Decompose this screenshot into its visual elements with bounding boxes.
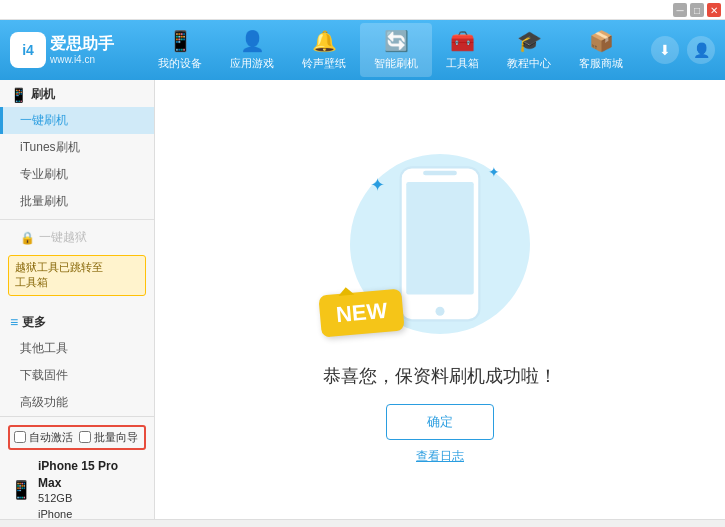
new-badge: NEW [318,288,405,337]
batch-flash-label: 批量刷机 [20,194,68,208]
nav-toolbox[interactable]: 🧰 工具箱 [432,23,493,77]
tutorial-icon: 🎓 [517,29,542,53]
flash-section-header: 📱 刷机 [0,80,154,107]
flash-section-icon: 📱 [10,87,27,103]
maximize-button[interactable]: □ [690,3,704,17]
batch-guide-checkbox[interactable]: 批量向导 [79,430,138,445]
nav-service[interactable]: 📦 客服商城 [565,23,637,77]
header-right: ⬇ 👤 [651,36,715,64]
close-button[interactable]: ✕ [707,3,721,17]
other-tools-label: 其他工具 [20,341,68,355]
sidebar-item-itunes-flash[interactable]: iTunes刷机 [0,134,154,161]
nav-my-device[interactable]: 📱 我的设备 [144,23,216,77]
sidebar-item-one-key-flash[interactable]: 一键刷机 [0,107,154,134]
jailbreak-label: 一键越狱 [39,229,87,246]
app-title: 爱思助手 [50,34,114,53]
more-section-header: ≡ 更多 [0,308,154,335]
logo: i4 爱思助手 www.i4.cn [10,32,130,68]
main-layout: 📱 刷机 一键刷机 iTunes刷机 专业刷机 批量刷机 🔒 一键越狱 越狱工具… [0,80,725,519]
download-button[interactable]: ⬇ [651,36,679,64]
device-info: 📱 iPhone 15 Pro Max 512GB iPhone [8,454,146,526]
sidebar-item-advanced[interactable]: 高级功能 [0,389,154,416]
svg-point-3 [436,307,445,316]
download-firmware-label: 下载固件 [20,368,68,382]
app-subtitle: www.i4.cn [50,54,114,66]
sidebar: 📱 刷机 一键刷机 iTunes刷机 专业刷机 批量刷机 🔒 一键越狱 越狱工具… [0,80,155,519]
more-section-icon: ≡ [10,314,18,330]
nav-my-device-label: 我的设备 [158,56,202,71]
nav-service-label: 客服商城 [579,56,623,71]
minimize-button[interactable]: ─ [673,3,687,17]
nav-ringtone-label: 铃声壁纸 [302,56,346,71]
nav-apps-games-label: 应用游戏 [230,56,274,71]
lock-icon: 🔒 [20,231,35,245]
top-strip: ─ □ ✕ [0,0,725,20]
nav-smart-flash[interactable]: 🔄 智能刷机 [360,23,432,77]
auto-activate-checkbox[interactable]: 自动激活 [14,430,73,445]
checkbox-row: 自动激活 批量向导 [8,425,146,450]
sidebar-bottom: 自动激活 批量向导 📱 iPhone 15 Pro Max 512GB iPho… [0,416,154,527]
success-text: 恭喜您，保资料刷机成功啦！ [323,364,557,388]
sidebar-notice: 越狱工具已跳转至工具箱 [8,255,146,296]
sidebar-item-download-firmware[interactable]: 下载固件 [0,362,154,389]
log-link[interactable]: 查看日志 [416,448,464,465]
smart-flash-icon: 🔄 [384,29,409,53]
logo-icon: i4 [10,32,46,68]
confirm-button[interactable]: 确定 [386,404,494,440]
batch-guide-label: 批量向导 [94,430,138,445]
more-section: ≡ 更多 其他工具 下载固件 高级功能 [0,308,154,416]
win-controls: ─ □ ✕ [673,3,721,17]
device-name: iPhone 15 Pro Max [38,458,144,492]
nav-apps-games[interactable]: 👤 应用游戏 [216,23,288,77]
nav-tutorial-label: 教程中心 [507,56,551,71]
apps-games-icon: 👤 [240,29,265,53]
sidebar-item-jailbreak-disabled: 🔒 一键越狱 [0,224,154,251]
nav-tutorial[interactable]: 🎓 教程中心 [493,23,565,77]
device-details: iPhone 15 Pro Max 512GB iPhone [38,458,144,522]
user-button[interactable]: 👤 [687,36,715,64]
service-icon: 📦 [589,29,614,53]
one-key-flash-label: 一键刷机 [20,113,68,127]
nav-items: 📱 我的设备 👤 应用游戏 🔔 铃声壁纸 🔄 智能刷机 🧰 工具箱 🎓 教程中心… [130,23,651,77]
svg-rect-2 [423,171,457,176]
nav-toolbox-label: 工具箱 [446,56,479,71]
success-image: ✦ ✦ NEW [330,134,550,354]
ringtone-icon: 🔔 [312,29,337,53]
logo-text: 爱思助手 www.i4.cn [50,34,114,65]
more-section-label: 更多 [22,314,46,331]
advanced-label: 高级功能 [20,395,68,409]
content-area: ✦ ✦ NEW 恭喜您，保资料刷机成功啦！ 确定 查看日志 [155,80,725,519]
toolbox-icon: 🧰 [450,29,475,53]
itunes-flash-label: iTunes刷机 [20,140,80,154]
flash-section-label: 刷机 [31,86,55,103]
auto-activate-label: 自动激活 [29,430,73,445]
sidebar-notice-text: 越狱工具已跳转至工具箱 [15,261,103,288]
nav-smart-flash-label: 智能刷机 [374,56,418,71]
pro-flash-label: 专业刷机 [20,167,68,181]
device-type: iPhone [38,507,144,522]
sidebar-divider-1 [0,219,154,220]
sparkle-top-left: ✦ [370,174,385,196]
batch-guide-input[interactable] [79,431,91,443]
device-phone-icon: 📱 [10,479,32,501]
auto-activate-input[interactable] [14,431,26,443]
nav-ringtone[interactable]: 🔔 铃声壁纸 [288,23,360,77]
header: i4 爱思助手 www.i4.cn 📱 我的设备 👤 应用游戏 🔔 铃声壁纸 🔄… [0,20,725,80]
my-device-icon: 📱 [168,29,193,53]
sparkle-top-right: ✦ [488,164,500,180]
flash-section: 📱 刷机 一键刷机 iTunes刷机 专业刷机 批量刷机 🔒 一键越狱 越狱工具… [0,80,154,300]
sidebar-item-batch-flash[interactable]: 批量刷机 [0,188,154,215]
device-storage: 512GB [38,491,144,506]
phone-illustration [395,165,485,323]
sidebar-item-pro-flash[interactable]: 专业刷机 [0,161,154,188]
sidebar-item-other-tools[interactable]: 其他工具 [0,335,154,362]
svg-rect-1 [406,182,474,295]
